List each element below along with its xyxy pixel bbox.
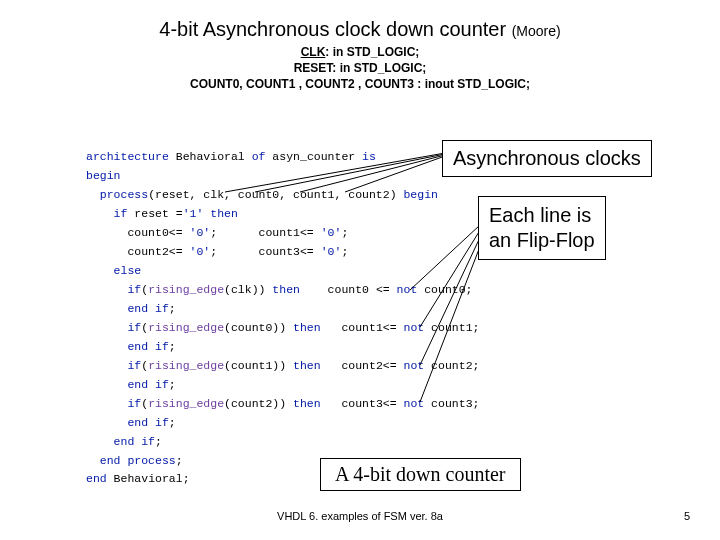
page-number: 5 xyxy=(684,510,690,522)
callout-4bit-counter: A 4-bit down counter xyxy=(320,458,521,491)
slide-title: 4-bit Asynchronous clock down counter (M… xyxy=(0,18,720,41)
slide: 4-bit Asynchronous clock down counter (M… xyxy=(0,0,720,540)
port-counts: COUNT0, COUNT1 , COUNT2 , COUNT3 : inout… xyxy=(0,76,720,92)
svg-line-6 xyxy=(420,229,484,365)
port-clk: CLK: in STD_LOGIC; xyxy=(0,44,720,60)
port-reset: RESET: in STD_LOGIC; xyxy=(0,60,720,76)
svg-line-5 xyxy=(420,227,482,327)
callout-async-clocks: Asynchronous clocks xyxy=(442,140,652,177)
title-moore: (Moore) xyxy=(512,23,561,39)
callout-flip-flop: Each line is an Flip-Flop xyxy=(478,196,606,260)
title-main: 4-bit Asynchronous clock down counter xyxy=(159,18,511,40)
svg-line-7 xyxy=(420,231,486,402)
vhdl-code: architecture Behavioral of asyn_counter … xyxy=(86,148,426,489)
port-declarations: CLK: in STD_LOGIC; RESET: in STD_LOGIC; … xyxy=(0,44,720,93)
slide-footer: VHDL 6. examples of FSM ver. 8a xyxy=(0,510,720,522)
